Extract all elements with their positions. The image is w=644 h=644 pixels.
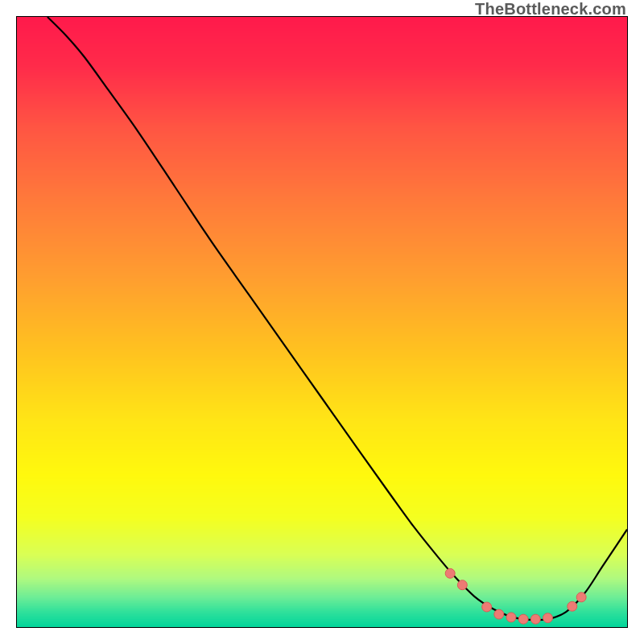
chart-svg [17, 17, 627, 627]
curve-marker [543, 613, 552, 623]
curve-marker [482, 602, 492, 612]
curve-marker [494, 609, 504, 619]
curve-marker [530, 614, 540, 624]
marker-group [445, 568, 586, 624]
curve-marker [576, 592, 586, 602]
chart-plot-area [16, 16, 628, 628]
bottleneck-curve-path [47, 17, 627, 620]
curve-marker [518, 614, 528, 624]
curve-marker [457, 580, 467, 590]
curve-marker [506, 613, 516, 622]
curve-marker [445, 568, 455, 578]
curve-marker [568, 601, 577, 611]
